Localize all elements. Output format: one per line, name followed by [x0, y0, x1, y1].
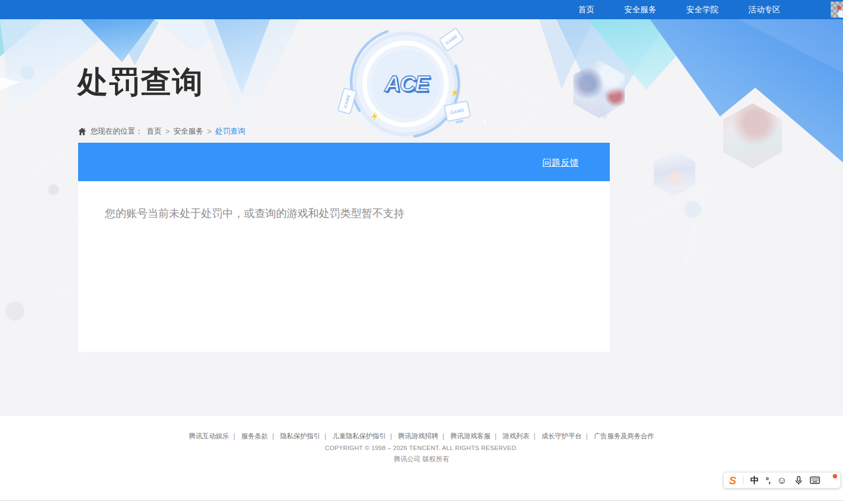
breadcrumb-separator: > — [207, 127, 211, 136]
punctuation-mode-icon[interactable]: °, — [766, 476, 770, 484]
panel-body: 您的账号当前未处于处罚中，或查询的游戏和处罚类型暂不支持 — [78, 181, 610, 352]
footer-company: 腾讯公司 版权所有 — [0, 455, 843, 464]
ace-emblem: ACE ACE GAME GAME GAME ⚡ ⚡ — [336, 22, 475, 144]
penalty-result-panel: 问题反馈 您的账号当前未处于处罚中，或查询的游戏和处罚类型暂不支持 — [78, 143, 610, 352]
panel-header-bar: 问题反馈 — [78, 143, 610, 181]
nav-item-security-services[interactable]: 安全服务 — [624, 5, 656, 15]
footer-link-customer-service[interactable]: 腾讯游戏客服 — [450, 432, 491, 440]
footer-separator: | — [233, 432, 235, 440]
breadcrumb: 您现在的位置： 首页 > 安全服务 > 处罚查询 — [78, 127, 245, 136]
footer-link-ad-business[interactable]: 广告服务及商务合作 — [594, 432, 654, 440]
footer-link-privacy[interactable]: 隐私保护指引 — [280, 432, 320, 440]
avatar[interactable] — [831, 2, 843, 18]
emoji-icon[interactable]: ☺ — [777, 476, 786, 485]
footer-link-guardian-platform[interactable]: 成长守护平台 — [541, 432, 581, 440]
empty-result-message: 您的账号当前未处于处罚中，或查询的游戏和处罚类型暂不支持 — [105, 206, 588, 221]
ime-language-mode-button[interactable]: 中 — [750, 476, 759, 485]
game-monitor-label: GAME — [450, 107, 464, 115]
home-icon — [78, 127, 87, 136]
breadcrumb-security-services[interactable]: 安全服务 — [173, 127, 203, 136]
ime-divider — [743, 476, 744, 485]
sogou-logo-icon[interactable]: S — [729, 475, 736, 486]
top-navbar-items: 首页 安全服务 安全学院 活动专区 [注销] — [578, 0, 843, 19]
microphone-icon[interactable] — [794, 476, 803, 485]
footer-copyright: COPYRIGHT © 1998 – 2026 TENCENT. ALL RIG… — [0, 445, 843, 451]
game-phone-label: GAME — [343, 94, 351, 108]
footer-separator: | — [586, 432, 587, 440]
footer-separator: | — [390, 432, 392, 440]
notification-dot — [833, 474, 837, 478]
footer-separator: | — [442, 432, 444, 440]
footer-link-game-list[interactable]: 游戏列表 — [503, 432, 530, 440]
footer-link-child-privacy[interactable]: 儿童隐私保护指引 — [333, 432, 386, 440]
feedback-link[interactable]: 问题反馈 — [542, 157, 579, 169]
page-bottom-divider — [0, 500, 843, 501]
page: ACE ACE GAME GAME GAME ⚡ ⚡ 首页 安全服务 安全学院 … — [0, 0, 843, 504]
ace-logo-text: ACE — [384, 71, 431, 96]
breadcrumb-separator: > — [165, 127, 170, 136]
game-card-label: GAME — [445, 34, 458, 45]
footer-separator: | — [325, 432, 326, 440]
ace-logo: ACE ACE — [371, 69, 440, 99]
footer-links: 腾讯互动娱乐| 服务条款| 隐私保护指引| 儿童隐私保护指引| 腾讯游戏招聘| … — [0, 432, 843, 441]
ime-toolbar: S 中 °, ☺ — [723, 472, 841, 489]
virtual-keyboard-icon[interactable] — [810, 476, 820, 484]
top-navbar: 首页 安全服务 安全学院 活动专区 [注销] — [0, 0, 843, 19]
nav-item-activity-zone[interactable]: 活动专区 — [748, 5, 780, 15]
footer-link-recruiting[interactable]: 腾讯游戏招聘 — [398, 432, 438, 440]
nav-item-security-academy[interactable]: 安全学院 — [686, 5, 718, 15]
page-title: 处罚查询 — [78, 62, 204, 103]
footer-link-tencent-games[interactable]: 腾讯互动娱乐 — [189, 432, 229, 440]
breadcrumb-home[interactable]: 首页 — [147, 127, 162, 136]
breadcrumb-current: 处罚查询 — [215, 127, 245, 136]
footer-link-terms[interactable]: 服务条款 — [241, 432, 268, 440]
footer: 腾讯互动娱乐| 服务条款| 隐私保护指引| 儿童隐私保护指引| 腾讯游戏招聘| … — [0, 416, 843, 504]
skin-brush-icon[interactable] — [827, 476, 835, 484]
footer-separator: | — [272, 432, 274, 440]
breadcrumb-prefix: 您现在的位置： — [90, 127, 143, 136]
footer-separator: | — [534, 432, 535, 440]
footer-separator: | — [495, 432, 496, 440]
nav-item-home[interactable]: 首页 — [578, 5, 594, 15]
